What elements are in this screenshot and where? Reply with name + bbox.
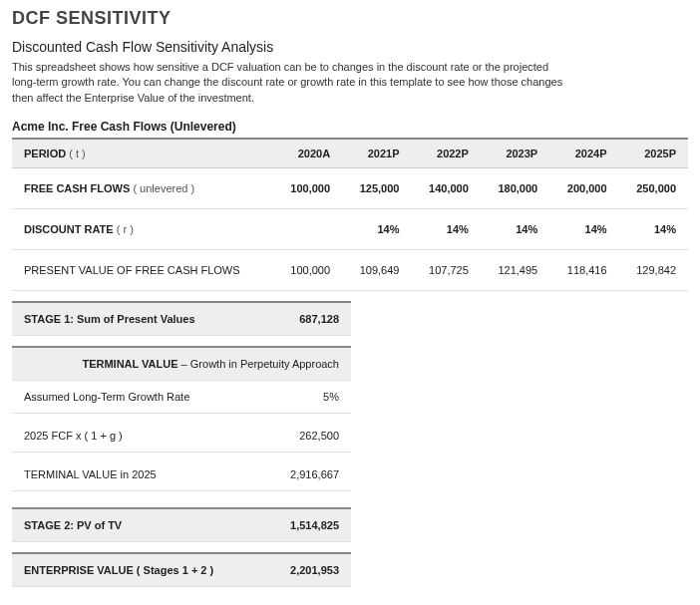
- page-subtitle: Discounted Cash Flow Sensitivity Analysi…: [12, 39, 688, 55]
- col-2025p: 2025P: [619, 139, 688, 168]
- table-row: PRESENT VALUE OF FREE CASH FLOWS100,0001…: [12, 250, 688, 291]
- cell: 14%: [619, 209, 688, 250]
- stage2-row: STAGE 2: PV of TV 1,514,825: [12, 508, 351, 542]
- terminal-row: 2025 FCF x ( 1 + g )262,500: [12, 420, 351, 453]
- row-label-sub: ( unlevered ): [130, 182, 194, 194]
- col-period: PERIOD( t ): [12, 139, 273, 168]
- terminal-row: Assumed Long-Term Growth Rate5%: [12, 381, 351, 414]
- cell: 109,649: [342, 250, 411, 291]
- cell: 121,495: [481, 250, 549, 291]
- terminal-row-value: 2,916,667: [257, 458, 351, 491]
- terminal-row-label: TERMINAL VALUE in 2025: [12, 458, 257, 491]
- terminal-row-value: 5%: [257, 381, 351, 414]
- col-2022p: 2022P: [411, 139, 480, 168]
- col-2020a: 2020A: [273, 139, 342, 168]
- ev-value: 2,201,953: [265, 553, 351, 587]
- terminal-row-label: 2025 FCF x ( 1 + g ): [12, 420, 257, 453]
- terminal-row-value: 262,500: [257, 420, 351, 453]
- table-row: FREE CASH FLOWS ( unlevered )100,000125,…: [12, 168, 688, 209]
- cell: 180,000: [481, 168, 549, 209]
- stage2-label: STAGE 2: PV of TV: [12, 508, 224, 542]
- terminal-header-cell: TERMINAL VALUE – Growth in Perpetuity Ap…: [12, 347, 351, 381]
- row-label: DISCOUNT RATE ( r ): [12, 209, 273, 250]
- cashflow-table: PERIOD( t ) 2020A 2021P 2022P 2023P 2024…: [12, 138, 688, 291]
- cell: 200,000: [549, 168, 618, 209]
- col-2021p: 2021P: [342, 139, 411, 168]
- table-row: DISCOUNT RATE ( r )14%14%14%14%14%: [12, 209, 688, 250]
- cell: 14%: [481, 209, 549, 250]
- terminal-header-rest: – Growth in Perpetuity Approach: [178, 358, 339, 370]
- page-description: This spreadsheet shows how sensitive a D…: [12, 60, 570, 106]
- col-2023p: 2023P: [481, 139, 549, 168]
- terminal-header-bold: TERMINAL VALUE: [82, 358, 177, 370]
- stage1-row: STAGE 1: Sum of Present Values 687,128: [12, 302, 351, 336]
- ev-label: ENTERPRISE VALUE ( Stages 1 + 2 ): [12, 553, 265, 587]
- cell: 100,000: [273, 168, 342, 209]
- table-header-row: PERIOD( t ) 2020A 2021P 2022P 2023P 2024…: [12, 139, 688, 168]
- terminal-header: TERMINAL VALUE – Growth in Perpetuity Ap…: [12, 347, 351, 381]
- spacer: [12, 491, 351, 498]
- cell: 100,000: [273, 250, 342, 291]
- cell: 129,842: [619, 250, 688, 291]
- stage2-value: 1,514,825: [224, 508, 351, 542]
- cell: 14%: [549, 209, 618, 250]
- row-label: FREE CASH FLOWS ( unlevered ): [12, 168, 273, 209]
- cell: 107,725: [411, 250, 480, 291]
- enterprise-value-table: ENTERPRISE VALUE ( Stages 1 + 2 ) 2,201,…: [12, 552, 351, 587]
- row-label-sub: ( r ): [114, 223, 134, 235]
- stage1-value: 687,128: [267, 302, 351, 336]
- stage1-label: STAGE 1: Sum of Present Values: [12, 302, 267, 336]
- row-label: PRESENT VALUE OF FREE CASH FLOWS: [12, 250, 273, 291]
- stage2-table: STAGE 2: PV of TV 1,514,825: [12, 507, 351, 542]
- cell: 14%: [342, 209, 411, 250]
- terminal-table: TERMINAL VALUE – Growth in Perpetuity Ap…: [12, 346, 351, 497]
- row-label-text: FREE CASH FLOWS: [24, 182, 130, 194]
- row-label-text: DISCOUNT RATE: [24, 223, 114, 235]
- stage1-table: STAGE 1: Sum of Present Values 687,128: [12, 301, 351, 336]
- cell: 125,000: [342, 168, 411, 209]
- col-2024p: 2024P: [549, 139, 618, 168]
- col-period-unit: ( t ): [69, 148, 86, 159]
- cell: [273, 209, 342, 250]
- terminal-row-label: Assumed Long-Term Growth Rate: [12, 381, 257, 414]
- section-title: Acme Inc. Free Cash Flows (Unlevered): [12, 120, 688, 134]
- terminal-row: TERMINAL VALUE in 20252,916,667: [12, 458, 351, 491]
- cell: 250,000: [619, 168, 688, 209]
- row-label-text: PRESENT VALUE OF FREE CASH FLOWS: [24, 264, 240, 276]
- page-title: DCF SENSITIVITY: [12, 8, 688, 29]
- cell: 140,000: [411, 168, 480, 209]
- col-period-label: PERIOD: [24, 148, 66, 159]
- ev-row: ENTERPRISE VALUE ( Stages 1 + 2 ) 2,201,…: [12, 553, 351, 587]
- cell: 118,416: [549, 250, 618, 291]
- cell: 14%: [411, 209, 480, 250]
